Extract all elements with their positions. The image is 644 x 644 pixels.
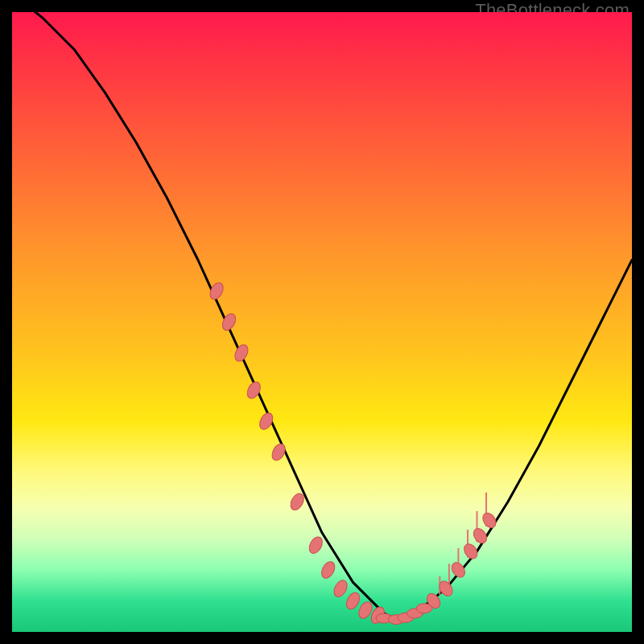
chart-svg	[12, 12, 632, 632]
chart-marker	[332, 578, 350, 599]
chart-marker	[471, 526, 489, 545]
chart-marker	[319, 559, 337, 580]
chart-marker	[208, 281, 226, 302]
chart-marker	[270, 442, 288, 463]
chart-marker	[233, 343, 251, 364]
chart-marker	[480, 510, 498, 530]
chart-frame	[12, 12, 632, 632]
chart-ticks	[440, 493, 486, 595]
chart-marker	[461, 542, 480, 561]
chart-marker	[344, 591, 362, 612]
curve-path	[12, 12, 632, 620]
chart-curve	[12, 12, 632, 620]
chart-marker	[257, 411, 275, 431]
chart-markers	[208, 281, 499, 626]
chart-marker	[449, 560, 468, 580]
chart-marker	[307, 535, 325, 555]
